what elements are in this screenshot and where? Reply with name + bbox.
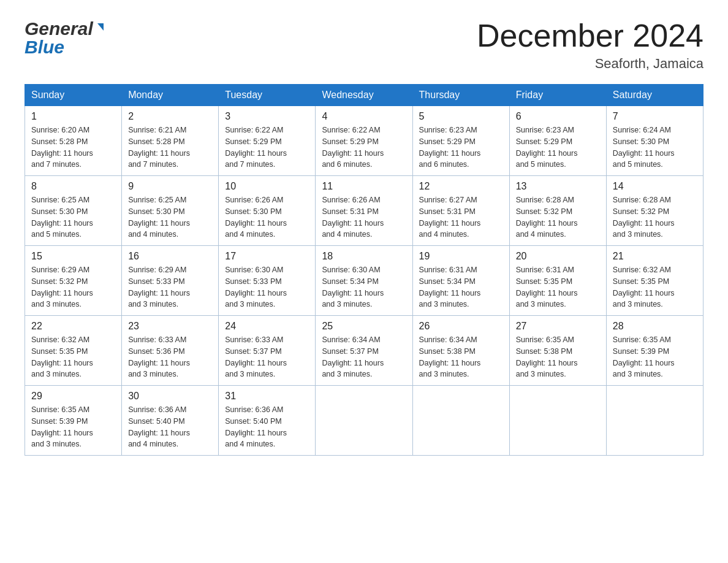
calendar-cell: 22 Sunrise: 6:32 AM Sunset: 5:35 PM Dayl… bbox=[25, 316, 122, 386]
calendar-cell: 18 Sunrise: 6:30 AM Sunset: 5:34 PM Dayl… bbox=[316, 246, 412, 316]
calendar-week-5: 29 Sunrise: 6:35 AM Sunset: 5:39 PM Dayl… bbox=[25, 386, 703, 456]
calendar-cell: 29 Sunrise: 6:35 AM Sunset: 5:39 PM Dayl… bbox=[25, 386, 122, 456]
day-info: Sunrise: 6:35 AM Sunset: 5:39 PM Dayligh… bbox=[613, 334, 697, 380]
day-number: 22 bbox=[31, 321, 115, 332]
calendar-cell: 28 Sunrise: 6:35 AM Sunset: 5:39 PM Dayl… bbox=[606, 316, 703, 386]
day-number: 17 bbox=[225, 251, 309, 262]
day-info: Sunrise: 6:22 AM Sunset: 5:29 PM Dayligh… bbox=[225, 124, 309, 170]
calendar-cell: 23 Sunrise: 6:33 AM Sunset: 5:36 PM Dayl… bbox=[122, 316, 219, 386]
day-number: 18 bbox=[322, 251, 406, 262]
day-number: 15 bbox=[31, 251, 115, 262]
calendar-cell bbox=[316, 386, 412, 456]
day-number: 23 bbox=[128, 321, 212, 332]
location: Seaforth, Jamaica bbox=[477, 56, 703, 72]
calendar-cell: 25 Sunrise: 6:34 AM Sunset: 5:37 PM Dayl… bbox=[316, 316, 412, 386]
day-header-tuesday: Tuesday bbox=[219, 85, 316, 106]
day-info: Sunrise: 6:29 AM Sunset: 5:32 PM Dayligh… bbox=[31, 264, 115, 310]
day-info: Sunrise: 6:34 AM Sunset: 5:38 PM Dayligh… bbox=[419, 334, 503, 380]
day-number: 14 bbox=[613, 181, 697, 192]
day-info: Sunrise: 6:26 AM Sunset: 5:30 PM Dayligh… bbox=[225, 194, 309, 240]
calendar-cell: 26 Sunrise: 6:34 AM Sunset: 5:38 PM Dayl… bbox=[412, 316, 509, 386]
day-info: Sunrise: 6:33 AM Sunset: 5:36 PM Dayligh… bbox=[128, 334, 212, 380]
month-title: December 2024 bbox=[477, 18, 703, 53]
day-number: 20 bbox=[516, 251, 600, 262]
day-number: 25 bbox=[322, 321, 406, 332]
day-number: 12 bbox=[419, 181, 503, 192]
calendar-week-3: 15 Sunrise: 6:29 AM Sunset: 5:32 PM Dayl… bbox=[25, 246, 703, 316]
day-info: Sunrise: 6:30 AM Sunset: 5:34 PM Dayligh… bbox=[322, 264, 406, 310]
day-number: 28 bbox=[613, 321, 697, 332]
day-number: 2 bbox=[128, 111, 212, 122]
day-info: Sunrise: 6:27 AM Sunset: 5:31 PM Dayligh… bbox=[419, 194, 503, 240]
calendar-cell: 27 Sunrise: 6:35 AM Sunset: 5:38 PM Dayl… bbox=[509, 316, 606, 386]
calendar-cell bbox=[606, 386, 703, 456]
day-info: Sunrise: 6:28 AM Sunset: 5:32 PM Dayligh… bbox=[516, 194, 600, 240]
calendar-cell: 15 Sunrise: 6:29 AM Sunset: 5:32 PM Dayl… bbox=[25, 246, 122, 316]
day-header-sunday: Sunday bbox=[25, 85, 122, 106]
calendar-cell: 12 Sunrise: 6:27 AM Sunset: 5:31 PM Dayl… bbox=[412, 176, 509, 246]
day-number: 19 bbox=[419, 251, 503, 262]
calendar-cell bbox=[509, 386, 606, 456]
calendar-cell: 19 Sunrise: 6:31 AM Sunset: 5:34 PM Dayl… bbox=[412, 246, 509, 316]
day-info: Sunrise: 6:32 AM Sunset: 5:35 PM Dayligh… bbox=[613, 264, 697, 310]
logo-arrow-icon bbox=[95, 22, 106, 36]
day-number: 6 bbox=[516, 111, 600, 122]
calendar-cell: 3 Sunrise: 6:22 AM Sunset: 5:29 PM Dayli… bbox=[219, 106, 316, 176]
calendar-cell: 5 Sunrise: 6:23 AM Sunset: 5:29 PM Dayli… bbox=[412, 106, 509, 176]
calendar-week-4: 22 Sunrise: 6:32 AM Sunset: 5:35 PM Dayl… bbox=[25, 316, 703, 386]
day-info: Sunrise: 6:30 AM Sunset: 5:33 PM Dayligh… bbox=[225, 264, 309, 310]
day-number: 10 bbox=[225, 181, 309, 192]
day-number: 31 bbox=[225, 391, 309, 402]
day-number: 30 bbox=[128, 391, 212, 402]
calendar-cell: 31 Sunrise: 6:36 AM Sunset: 5:40 PM Dayl… bbox=[219, 386, 316, 456]
calendar-table: SundayMondayTuesdayWednesdayThursdayFrid… bbox=[25, 84, 703, 456]
day-number: 16 bbox=[128, 251, 212, 262]
day-info: Sunrise: 6:24 AM Sunset: 5:30 PM Dayligh… bbox=[613, 124, 697, 170]
calendar-cell: 6 Sunrise: 6:23 AM Sunset: 5:29 PM Dayli… bbox=[509, 106, 606, 176]
calendar-week-1: 1 Sunrise: 6:20 AM Sunset: 5:28 PM Dayli… bbox=[25, 106, 703, 176]
day-info: Sunrise: 6:29 AM Sunset: 5:33 PM Dayligh… bbox=[128, 264, 212, 310]
day-info: Sunrise: 6:22 AM Sunset: 5:29 PM Dayligh… bbox=[322, 124, 406, 170]
calendar-cell: 2 Sunrise: 6:21 AM Sunset: 5:28 PM Dayli… bbox=[122, 106, 219, 176]
day-info: Sunrise: 6:35 AM Sunset: 5:39 PM Dayligh… bbox=[31, 404, 115, 450]
calendar-cell: 8 Sunrise: 6:25 AM Sunset: 5:30 PM Dayli… bbox=[25, 176, 122, 246]
day-info: Sunrise: 6:23 AM Sunset: 5:29 PM Dayligh… bbox=[419, 124, 503, 170]
day-info: Sunrise: 6:34 AM Sunset: 5:37 PM Dayligh… bbox=[322, 334, 406, 380]
calendar-cell: 24 Sunrise: 6:33 AM Sunset: 5:37 PM Dayl… bbox=[219, 316, 316, 386]
calendar-cell: 17 Sunrise: 6:30 AM Sunset: 5:33 PM Dayl… bbox=[219, 246, 316, 316]
day-number: 7 bbox=[613, 111, 697, 122]
day-info: Sunrise: 6:25 AM Sunset: 5:30 PM Dayligh… bbox=[31, 194, 115, 240]
day-number: 24 bbox=[225, 321, 309, 332]
day-info: Sunrise: 6:32 AM Sunset: 5:35 PM Dayligh… bbox=[31, 334, 115, 380]
logo-blue-text: Blue bbox=[25, 37, 64, 58]
day-info: Sunrise: 6:20 AM Sunset: 5:28 PM Dayligh… bbox=[31, 124, 115, 170]
calendar-cell: 16 Sunrise: 6:29 AM Sunset: 5:33 PM Dayl… bbox=[122, 246, 219, 316]
logo: General Blue bbox=[25, 18, 106, 58]
day-number: 27 bbox=[516, 321, 600, 332]
day-info: Sunrise: 6:28 AM Sunset: 5:32 PM Dayligh… bbox=[613, 194, 697, 240]
calendar-cell: 30 Sunrise: 6:36 AM Sunset: 5:40 PM Dayl… bbox=[122, 386, 219, 456]
day-header-thursday: Thursday bbox=[412, 85, 509, 106]
day-header-wednesday: Wednesday bbox=[316, 85, 412, 106]
calendar-cell: 1 Sunrise: 6:20 AM Sunset: 5:28 PM Dayli… bbox=[25, 106, 122, 176]
day-number: 1 bbox=[31, 111, 115, 122]
calendar-cell: 21 Sunrise: 6:32 AM Sunset: 5:35 PM Dayl… bbox=[606, 246, 703, 316]
calendar-header-row: SundayMondayTuesdayWednesdayThursdayFrid… bbox=[25, 85, 703, 106]
day-number: 13 bbox=[516, 181, 600, 192]
day-info: Sunrise: 6:25 AM Sunset: 5:30 PM Dayligh… bbox=[128, 194, 212, 240]
logo-general-text: General bbox=[25, 18, 93, 39]
calendar-cell: 4 Sunrise: 6:22 AM Sunset: 5:29 PM Dayli… bbox=[316, 106, 412, 176]
page-header: General Blue December 2024 Seaforth, Jam… bbox=[25, 18, 703, 72]
day-number: 21 bbox=[613, 251, 697, 262]
day-number: 9 bbox=[128, 181, 212, 192]
calendar-cell: 20 Sunrise: 6:31 AM Sunset: 5:35 PM Dayl… bbox=[509, 246, 606, 316]
day-info: Sunrise: 6:33 AM Sunset: 5:37 PM Dayligh… bbox=[225, 334, 309, 380]
day-info: Sunrise: 6:23 AM Sunset: 5:29 PM Dayligh… bbox=[516, 124, 600, 170]
day-header-monday: Monday bbox=[122, 85, 219, 106]
calendar-cell bbox=[412, 386, 509, 456]
day-info: Sunrise: 6:36 AM Sunset: 5:40 PM Dayligh… bbox=[128, 404, 212, 450]
day-number: 5 bbox=[419, 111, 503, 122]
day-number: 29 bbox=[31, 391, 115, 402]
day-info: Sunrise: 6:36 AM Sunset: 5:40 PM Dayligh… bbox=[225, 404, 309, 450]
calendar-week-2: 8 Sunrise: 6:25 AM Sunset: 5:30 PM Dayli… bbox=[25, 176, 703, 246]
